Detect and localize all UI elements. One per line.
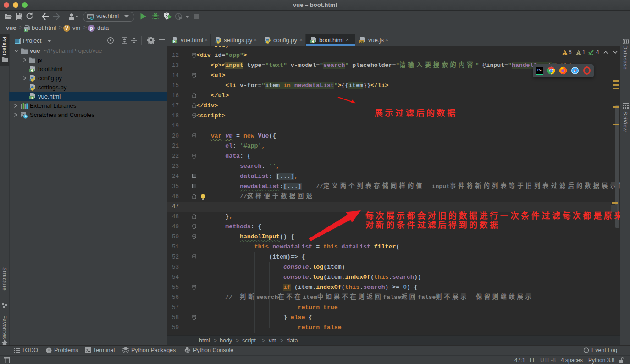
svg-text:JS: JS bbox=[360, 40, 363, 43]
svg-text:H: H bbox=[25, 28, 28, 32]
